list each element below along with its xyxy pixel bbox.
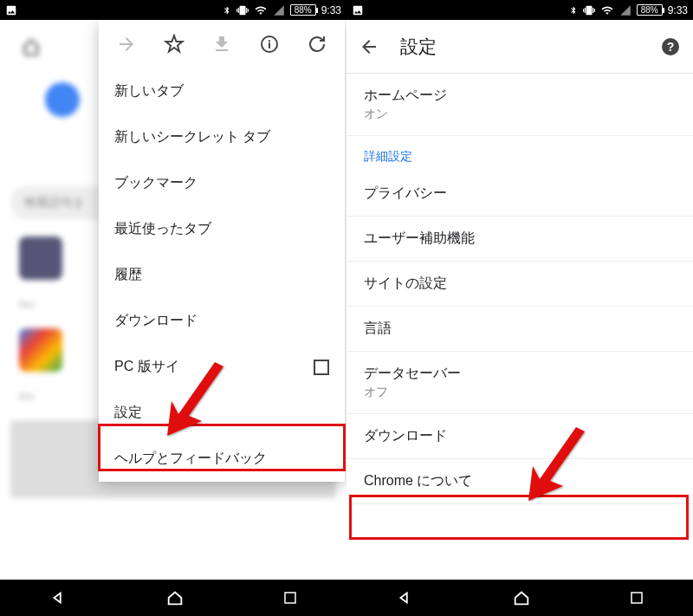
menu-history[interactable]: 履歴 bbox=[99, 252, 345, 298]
menu-desktop-site[interactable]: PC 版サイ bbox=[99, 344, 345, 390]
image-icon bbox=[352, 4, 364, 16]
setting-label: サイトの設定 bbox=[364, 275, 676, 293]
setting-sub: オン bbox=[364, 107, 676, 122]
back-arrow-icon[interactable] bbox=[359, 36, 379, 57]
phone-left: 88% 9:33 検索語句ま blur blur bbox=[0, 0, 346, 616]
setting-language[interactable]: 言語 bbox=[346, 307, 693, 352]
app-shortcut bbox=[19, 237, 62, 280]
vibrate-icon bbox=[236, 4, 249, 16]
setting-sub: オフ bbox=[364, 385, 676, 400]
setting-label: 言語 bbox=[364, 320, 676, 338]
nav-bar bbox=[346, 580, 693, 616]
wifi-icon bbox=[254, 4, 268, 16]
menu-downloads[interactable]: ダウンロード bbox=[99, 298, 345, 344]
phone-right: 88% 9:33 設定 ? ホームページ オン 詳細設定 プライバシー ユーザー… bbox=[346, 0, 693, 616]
menu-help[interactable]: ヘルプとフィードバック bbox=[99, 436, 345, 482]
wifi-icon bbox=[600, 4, 614, 16]
setting-about[interactable]: Chrome について bbox=[346, 459, 693, 504]
recent-nav-icon[interactable] bbox=[282, 590, 298, 606]
menu-recent-tabs[interactable]: 最近使ったタブ bbox=[99, 206, 345, 252]
home-nav-icon[interactable] bbox=[165, 588, 185, 607]
status-time: 9:33 bbox=[668, 4, 688, 16]
setting-download[interactable]: ダウンロード bbox=[346, 414, 693, 459]
forward-icon[interactable] bbox=[116, 34, 137, 55]
google-logo bbox=[45, 82, 80, 117]
signal-icon bbox=[619, 4, 631, 16]
menu-incognito[interactable]: 新しいシークレット タブ bbox=[99, 114, 345, 160]
setting-datasaver[interactable]: データセーバー オフ bbox=[346, 352, 693, 414]
reload-icon[interactable] bbox=[307, 34, 327, 55]
setting-site[interactable]: サイトの設定 bbox=[346, 262, 693, 307]
status-time: 9:33 bbox=[321, 4, 341, 16]
svg-text:?: ? bbox=[667, 40, 675, 54]
home-icon[interactable] bbox=[21, 37, 42, 58]
nav-bar bbox=[0, 580, 346, 616]
signal-icon bbox=[273, 4, 285, 16]
image-icon bbox=[5, 4, 17, 16]
info-icon[interactable] bbox=[259, 34, 280, 55]
battery-icon: 88% bbox=[290, 4, 316, 16]
overflow-menu: 新しいタブ 新しいシークレット タブ ブックマーク 最近使ったタブ 履歴 ダウン… bbox=[99, 20, 345, 482]
setting-label: ホームページ bbox=[364, 87, 676, 105]
battery-icon: 88% bbox=[637, 4, 663, 16]
status-bar: 88% 9:33 bbox=[0, 0, 346, 20]
setting-label: Chrome について bbox=[364, 472, 676, 490]
setting-accessibility[interactable]: ユーザー補助機能 bbox=[346, 217, 693, 262]
content-left: 検索語句ま blur blur 新しいタブ 新しいシークレット タブ ブックマー… bbox=[0, 20, 346, 580]
menu-new-tab[interactable]: 新しいタブ bbox=[99, 68, 345, 114]
menu-bookmarks[interactable]: ブックマーク bbox=[99, 160, 345, 206]
back-nav-icon[interactable] bbox=[395, 588, 414, 607]
menu-desktop-label: PC 版サイ bbox=[114, 358, 179, 376]
bluetooth-icon bbox=[569, 4, 578, 16]
svg-rect-4 bbox=[631, 593, 642, 603]
download-icon[interactable] bbox=[211, 34, 232, 55]
settings-title: 設定 bbox=[400, 35, 437, 59]
recent-nav-icon[interactable] bbox=[629, 590, 644, 606]
vibrate-icon bbox=[583, 4, 595, 16]
app-shortcut bbox=[19, 328, 62, 372]
setting-label: ダウンロード bbox=[364, 427, 676, 445]
menu-icon-row bbox=[99, 20, 345, 68]
svg-rect-1 bbox=[285, 593, 295, 603]
back-nav-icon[interactable] bbox=[49, 588, 68, 607]
status-bar: 88% 9:33 bbox=[346, 0, 693, 20]
help-icon[interactable]: ? bbox=[660, 36, 681, 57]
setting-privacy[interactable]: プライバシー bbox=[346, 172, 693, 217]
checkbox-icon[interactable] bbox=[314, 360, 329, 375]
content-right: 設定 ? ホームページ オン 詳細設定 プライバシー ユーザー補助機能 サイトの… bbox=[346, 20, 693, 580]
setting-label: データセーバー bbox=[364, 365, 676, 383]
menu-settings[interactable]: 設定 bbox=[99, 390, 345, 436]
section-advanced: 詳細設定 bbox=[346, 136, 693, 172]
bluetooth-icon bbox=[223, 4, 231, 16]
setting-label: ユーザー補助機能 bbox=[364, 230, 676, 248]
setting-label: プライバシー bbox=[364, 185, 676, 203]
star-icon[interactable] bbox=[164, 34, 185, 55]
setting-homepage[interactable]: ホームページ オン bbox=[346, 74, 693, 136]
home-nav-icon[interactable] bbox=[512, 588, 531, 607]
settings-header: 設定 ? bbox=[346, 20, 693, 74]
